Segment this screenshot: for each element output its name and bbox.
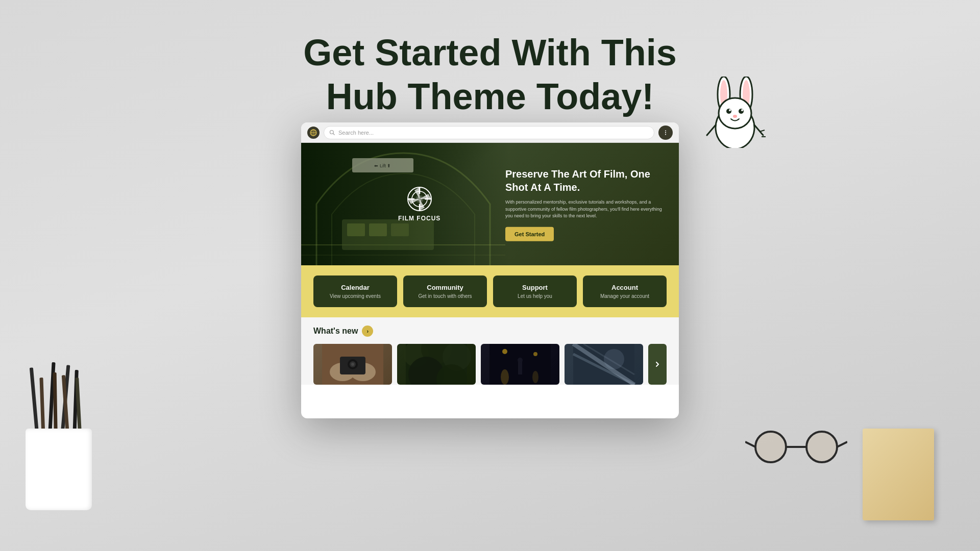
svg-point-28 <box>665 130 666 131</box>
aperture-icon <box>407 186 432 212</box>
svg-rect-36 <box>391 223 409 236</box>
svg-line-3 <box>745 442 755 447</box>
thumbnail-abstract-light[interactable] <box>565 344 643 385</box>
glasses-decoration <box>745 427 847 469</box>
svg-line-27 <box>333 133 335 135</box>
nav-tile-support-title: Support <box>499 284 571 291</box>
headline-line1: Get Started With This <box>303 32 676 73</box>
thumbnail-overlay <box>397 344 476 385</box>
hero-section: ⬅ Lift ⬆ <box>301 143 679 265</box>
whats-new-arrow[interactable]: › <box>362 325 373 337</box>
thumbnail-overlay <box>565 344 643 385</box>
nav-tile-calendar[interactable]: Calendar View upcoming events <box>313 276 397 307</box>
whats-new-header: What's new › <box>313 325 667 337</box>
search-icon <box>329 130 335 136</box>
svg-line-4 <box>837 442 847 447</box>
svg-point-5 <box>756 433 785 461</box>
hero-cta-button[interactable]: Get Started <box>505 227 554 241</box>
browser-chrome: Search here... <box>301 122 679 143</box>
nav-tiles-section: Calendar View upcoming events Community … <box>301 265 679 317</box>
nav-tile-account[interactable]: Account Manage your account <box>583 276 667 307</box>
svg-line-18 <box>707 125 716 135</box>
nav-tile-calendar-subtitle: View upcoming events <box>320 293 391 299</box>
hero-title: Preserve The Art Of Film, One Shot At A … <box>505 167 669 194</box>
nav-tile-calendar-title: Calendar <box>320 284 391 291</box>
svg-point-17 <box>733 115 737 118</box>
svg-point-29 <box>665 132 666 133</box>
thumbnail-foliage[interactable] <box>397 344 476 385</box>
search-placeholder-text: Search here... <box>338 130 374 136</box>
svg-line-19 <box>754 125 763 135</box>
hero-film-logo: FILM FOCUS <box>398 186 440 222</box>
wood-block-decoration <box>863 429 934 520</box>
svg-point-13 <box>726 109 731 114</box>
nav-tile-community[interactable]: Community Get in touch with others <box>403 276 487 307</box>
nav-tile-community-subtitle: Get in touch with others <box>409 293 481 299</box>
svg-point-16 <box>741 109 743 111</box>
nav-tile-account-subtitle: Manage your account <box>589 293 660 299</box>
svg-point-12 <box>719 98 751 129</box>
thumbnail-camera-hands[interactable] <box>313 344 392 385</box>
menu-button[interactable] <box>658 126 673 140</box>
thumbnail-overlay <box>481 344 559 385</box>
hero-description: With personalized mentorship, exclusive … <box>505 199 669 220</box>
whats-new-section: What's new › <box>301 317 679 385</box>
svg-point-6 <box>807 433 836 461</box>
nav-tile-support[interactable]: Support Let us help you <box>493 276 577 307</box>
svg-point-30 <box>665 134 666 135</box>
main-headline: Get Started With This Hub Theme Today! <box>303 31 676 119</box>
svg-rect-34 <box>347 223 365 236</box>
film-focus-brand: FILM FOCUS <box>398 215 440 222</box>
site-logo <box>307 127 320 139</box>
svg-text:⬅ Lift ⬆: ⬅ Lift ⬆ <box>374 163 391 168</box>
svg-point-15 <box>729 109 731 111</box>
browser-window: Search here... <box>301 122 679 418</box>
nav-tile-support-subtitle: Let us help you <box>499 293 571 299</box>
browser-search-bar[interactable]: Search here... <box>324 126 654 139</box>
thumbnail-night-street[interactable] <box>481 344 559 385</box>
headline-line2: Hub Theme Today! <box>326 76 654 117</box>
thumbnail-overlay <box>313 344 392 385</box>
svg-point-46 <box>417 196 422 202</box>
nav-tile-community-title: Community <box>409 284 481 291</box>
svg-point-14 <box>739 109 744 114</box>
whats-new-title: What's new <box>313 327 358 336</box>
thumbnails-row <box>313 344 667 385</box>
nav-tile-account-title: Account <box>589 284 660 291</box>
thumbnails-next-button[interactable] <box>648 344 667 385</box>
svg-point-26 <box>330 130 334 134</box>
hero-content: Preserve The Art Of Film, One Shot At A … <box>505 167 669 241</box>
mascot-rabbit <box>704 77 766 138</box>
svg-rect-35 <box>369 223 387 236</box>
